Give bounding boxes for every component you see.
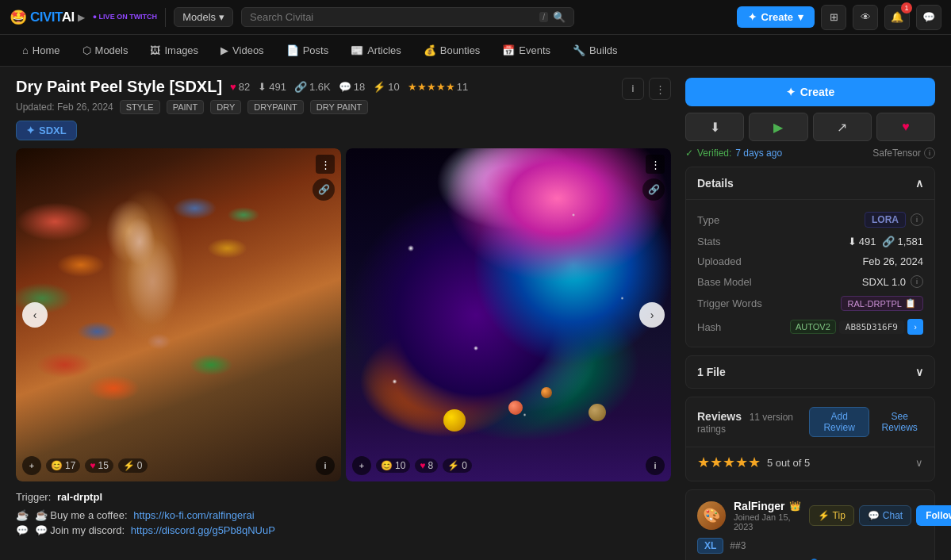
- heart-action-button[interactable]: ♥: [876, 113, 935, 141]
- sidebar-actions: ⬇ ▶ ↗ ♥: [685, 113, 935, 141]
- download-action-button[interactable]: ⬇: [685, 113, 744, 141]
- coffee-link[interactable]: https://ko-fi.com/ralfingerai: [133, 509, 254, 521]
- share-action-button[interactable]: ↗: [813, 113, 872, 141]
- bolt-icon: ⚡: [818, 510, 830, 521]
- lora-badge: LORA: [865, 212, 906, 228]
- reviews-panel: Reviews 11 version ratings Add Review Se…: [685, 397, 935, 481]
- verified-time-link[interactable]: 7 days ago: [735, 148, 782, 159]
- hash-expand-button[interactable]: ›: [907, 319, 923, 335]
- model-meta: Updated: Feb 26, 2024 STYLE PAINT DRY DR…: [16, 100, 612, 114]
- sidebar-item-videos[interactable]: ▶ Videos: [211, 40, 274, 61]
- screen-icon-button[interactable]: ⊞: [821, 5, 846, 30]
- sidebar-item-images[interactable]: 🖼 Images: [140, 40, 208, 61]
- description-links: ☕ ☕ Buy me a coffee: https://ko-fi.com/r…: [16, 509, 671, 536]
- tag-dry: DRY: [210, 100, 241, 114]
- files-panel-header[interactable]: 1 File ∨: [686, 356, 934, 388]
- emoji-button-1[interactable]: +: [22, 456, 41, 475]
- models-dropdown[interactable]: Models ▾: [174, 7, 233, 27]
- uploaded-value: Feb 26, 2024: [862, 255, 923, 267]
- trigger-words-value[interactable]: RAL-DRPTPL 📋: [841, 296, 923, 311]
- add-review-button[interactable]: Add Review: [809, 407, 870, 437]
- emoji-button-2[interactable]: +: [352, 456, 371, 475]
- trigger-text: Trigger: ral-drptpl: [16, 491, 671, 503]
- wand-icon: ✦: [26, 125, 35, 136]
- reviews-title-group: Reviews 11 version ratings: [697, 410, 809, 435]
- discord-link[interactable]: https://discord.gg/g5Pb8qNUuP: [131, 524, 275, 536]
- emoji-stat-2: 😊 10: [376, 458, 410, 473]
- follow-button[interactable]: Follow: [916, 505, 951, 526]
- gallery-link-1[interactable]: 🔗: [313, 178, 335, 201]
- links-stat: 🔗 1.6K: [294, 81, 331, 93]
- search-input[interactable]: [250, 11, 535, 23]
- gallery-image-2: [346, 148, 671, 481]
- tag-drypaint: DRYPAINT: [247, 100, 304, 114]
- sdxl-label: SDXL: [39, 125, 67, 136]
- hidden-icon-button[interactable]: 👁: [853, 5, 878, 30]
- chevron-up-icon: ∧: [915, 177, 923, 190]
- sidebar-item-home[interactable]: ⌂ Home: [13, 40, 70, 61]
- bolt-icon: ⚡: [447, 460, 459, 471]
- trigger-word: ral-drptpl: [57, 491, 102, 503]
- search-icon: 🔍: [553, 11, 566, 23]
- sidebar-create-button[interactable]: ✦ Create: [685, 78, 935, 106]
- top-nav: 🤩 CIVITAI ▶ ● LIVE ON TWITCH Models ▾ / …: [0, 0, 951, 35]
- chevron-down-icon: ▾: [219, 11, 224, 23]
- see-reviews-button[interactable]: See Reviews: [876, 411, 923, 433]
- verified-row: ✓ Verified: 7 days ago SafeTensor i: [685, 148, 935, 159]
- heart-icon: ♥: [230, 81, 236, 93]
- hash-value-display: AB85D316F9: [839, 320, 904, 334]
- model-stats: ♥ 82 ⬇ 491 🔗 1.6K: [230, 81, 468, 93]
- gallery-menu-2[interactable]: ⋮: [646, 155, 665, 174]
- chat-button[interactable]: 💬 Chat: [859, 505, 911, 526]
- type-label: Type: [697, 214, 719, 226]
- chat-icon-button[interactable]: 💬: [916, 5, 941, 30]
- notification-button[interactable]: 🔔 1: [884, 5, 910, 30]
- search-bar[interactable]: / 🔍: [241, 7, 574, 27]
- info-icon-button[interactable]: i: [622, 78, 644, 100]
- sidebar-item-posts[interactable]: 📄 Posts: [277, 40, 339, 61]
- create-button[interactable]: ✦ Create ▾: [737, 6, 815, 28]
- logo[interactable]: 🤩 CIVITAI ▶: [10, 9, 85, 26]
- logo-icon: 🤩: [10, 9, 27, 26]
- builds-icon: 🔧: [573, 44, 585, 56]
- gallery-link-2[interactable]: 🔗: [642, 178, 665, 201]
- creator-actions: ⚡ Tip 💬 Chat Follow: [809, 505, 951, 526]
- sdxl-badge[interactable]: ✦ SDXL: [16, 121, 77, 140]
- sidebar-item-articles[interactable]: 📰 Articles: [341, 40, 411, 61]
- emoji-icon: 😊: [381, 460, 393, 471]
- crown-icon: 👑: [789, 501, 801, 512]
- nav-actions: ✦ Create ▾ ⊞ 👁 🔔 1 💬: [737, 5, 941, 30]
- big-stars: ★★★★★: [697, 454, 761, 471]
- gallery-info-2[interactable]: i: [646, 456, 665, 475]
- gallery-image-1: [16, 148, 341, 481]
- creator-level: XL ##3: [697, 538, 923, 554]
- sidebar-item-models[interactable]: ⬡ Models: [73, 40, 138, 61]
- emoji-stat-1: 😊 17: [46, 458, 80, 473]
- trigger-words-row: Trigger Words RAL-DRPTPL 📋: [697, 292, 923, 315]
- gallery-footer-left-1: + 😊 17 ♥ 15 ⚡ 0: [22, 456, 148, 475]
- creator-card: 🎨 RalFinger 👑 Joined Jan 15, 2023 ⚡ Tip …: [685, 489, 935, 560]
- type-value: LORA i: [865, 212, 923, 228]
- main-container: Dry Paint Peel Style [SDXL] ♥ 82 ⬇ 491: [0, 67, 951, 560]
- base-model-value: SDXL 1.0 i: [862, 275, 923, 288]
- details-panel-body: Type LORA i Stats ⬇ 491 �: [686, 199, 934, 347]
- sidebar-item-builds[interactable]: 🔧 Builds: [563, 40, 627, 61]
- info-icon-type: i: [911, 213, 923, 226]
- tip-button[interactable]: ⚡ Tip: [809, 505, 854, 526]
- verified-text: Verified:: [697, 148, 731, 159]
- safe-tensor: SafeTensor i: [872, 148, 935, 159]
- gallery-menu-1[interactable]: ⋮: [316, 155, 335, 174]
- play-action-button[interactable]: ▶: [749, 113, 807, 141]
- notification-badge: 1: [901, 2, 912, 13]
- sidebar-item-events[interactable]: 📅 Events: [493, 40, 560, 61]
- gallery-prev-button[interactable]: ‹: [22, 302, 48, 328]
- creator-name: RalFinger 👑: [734, 500, 801, 512]
- sidebar-item-bounties[interactable]: 💰 Bounties: [414, 40, 490, 61]
- base-model-label: Base Model: [697, 276, 752, 288]
- gallery-info-1[interactable]: i: [316, 456, 335, 475]
- gallery-next-button[interactable]: ›: [639, 302, 665, 328]
- link-icon: 🔗: [882, 236, 895, 247]
- details-panel-header[interactable]: Details ∧: [686, 167, 934, 199]
- gallery-item-2: › ⋮ 🔗 + 😊 10 ♥ 8: [346, 148, 671, 481]
- more-options-button[interactable]: ⋮: [649, 78, 671, 100]
